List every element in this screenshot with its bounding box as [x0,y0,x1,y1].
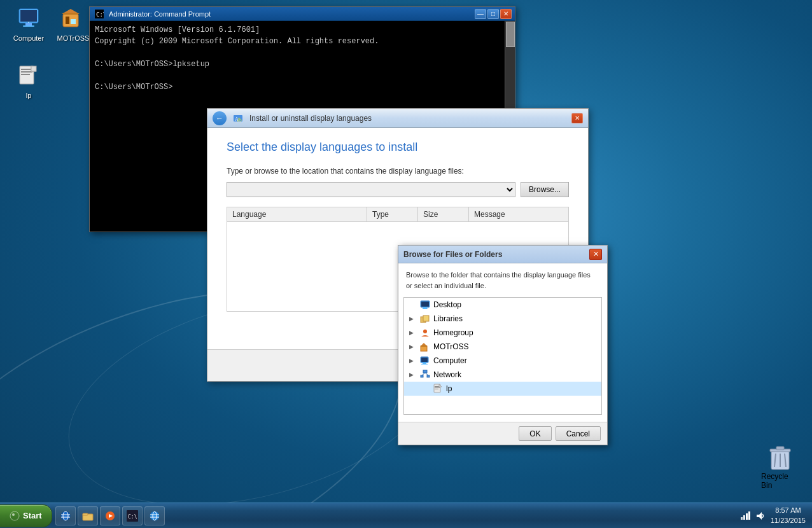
tree-arrow-libraries: ▶ [409,316,417,322]
svg-rect-13 [21,74,30,75]
svg-rect-33 [421,358,428,362]
start-label: Start [23,511,42,520]
svg-rect-36 [423,370,427,373]
taskbar-item-media[interactable] [100,506,120,525]
svg-point-54 [61,511,70,520]
tree-label-network: Network [433,370,461,379]
tray-volume-icon[interactable] [755,511,766,521]
lang-close-btn[interactable]: ✕ [571,113,583,123]
browse-buttons: OK Cancel [398,422,607,445]
taskbar-item-folder[interactable] [78,506,98,525]
cmd-minimize-btn[interactable]: — [475,9,486,19]
browse-ok-btn[interactable]: OK [519,426,551,441]
tree-item-lp[interactable]: lp [404,382,601,396]
tree-label-libraries: Libraries [433,314,463,323]
desktop-icon-computer[interactable]: Computer [6,6,51,42]
tree-item-homegroup[interactable]: ▶ Homegroup [404,326,601,340]
recycle-bin[interactable]: Recycle Bin [761,444,799,490]
motrss-icon-img [60,6,86,32]
browse-titlebar: Browse for Files or Folders ✕ [398,246,607,263]
svg-rect-71 [748,511,750,520]
taskbar-tray: 8:57 AM 11/23/2015 [734,506,812,525]
taskbar-item-globe[interactable] [144,506,165,525]
svg-rect-31 [421,345,427,347]
start-button[interactable]: Start [0,504,52,527]
computer-tree-icon [420,356,430,366]
tree-item-desktop[interactable]: Desktop [404,298,601,312]
tree-item-network[interactable]: ▶ Network [404,368,601,382]
lang-title-text: Install or uninstall display languages [249,114,566,123]
svg-rect-48 [776,447,784,450]
cmd-line3 [95,47,510,59]
homegroup-tree-icon [420,328,430,338]
svg-rect-34 [423,363,426,364]
svg-rect-3 [23,25,34,27]
taskbar-item-cmd[interactable]: C:\ [122,506,143,525]
lp-icon-img [16,64,41,89]
tree-arrow-network: ▶ [409,372,417,378]
browse-title-text: Browse for Files or Folders [403,250,586,259]
lang-heading: Select the display languages to install [227,141,569,154]
clock-date: 11/23/2015 [771,516,806,525]
lang-browse-btn[interactable]: Browse... [521,182,569,197]
svg-rect-12 [21,71,32,73]
svg-rect-59 [83,513,88,515]
lp-tree-icon [433,384,443,394]
svg-rect-44 [435,389,438,389]
browse-cancel-btn[interactable]: Cancel [556,426,601,441]
clock-time: 8:57 AM [771,506,806,515]
svg-rect-11 [21,69,32,70]
lang-back-btn[interactable]: ← [213,111,227,125]
tree-label-desktop: Desktop [433,300,461,309]
svg-point-53 [12,513,15,516]
tree-item-libraries[interactable]: ▶ Libraries [404,312,601,326]
tree-label-computer: Computer [433,356,467,365]
computer-icon-label: Computer [13,34,44,42]
svg-text:C:\: C:\ [96,11,104,18]
desktop: Computer MOTrOSS lp [0,0,812,528]
cmd-scrollbar-thumb [506,22,515,47]
svg-line-40 [425,373,428,375]
tree-arrow-motrss: ▶ [409,344,417,350]
lang-title-icon: A あ [232,112,244,125]
svg-rect-25 [422,309,428,309]
ie-icon [60,510,71,522]
cmd-line6: C:\Users\MOTrOSS> [95,81,510,93]
browse-tree[interactable]: Desktop ▶ Libraries ▶ [403,297,602,415]
desktop-tree-icon [420,300,430,310]
taskbar: Start [0,503,812,528]
svg-rect-23 [421,302,429,307]
svg-rect-9 [63,13,78,15]
cmd-title-icon: C:\ [93,8,106,20]
system-clock[interactable]: 8:57 AM 11/23/2015 [771,506,806,525]
lang-path-input[interactable] [227,182,515,197]
cmd-title-text: Administrator: Command Prompt [109,10,472,18]
lang-titlebar: ← A あ Install or uninstall display langu… [207,109,588,128]
svg-rect-29 [421,346,427,351]
svg-point-28 [423,330,427,333]
network-tree-icon [420,370,430,380]
svg-rect-27 [423,316,429,321]
tray-network-icon[interactable] [740,511,750,521]
lang-desc: Type or browse to the location that cont… [227,167,569,176]
recycle-bin-icon [767,444,793,472]
globe-icon [149,510,160,522]
svg-rect-8 [71,19,76,24]
svg-rect-7 [66,17,69,24]
svg-rect-24 [423,307,427,309]
start-orb-icon [10,511,20,521]
svg-marker-72 [757,512,762,520]
lang-col-type: Type [367,207,418,221]
cmd-maximize-btn[interactable]: □ [487,9,499,19]
tree-item-computer[interactable]: ▶ Computer [404,354,601,368]
cmd-close-btn[interactable]: ✕ [500,9,512,19]
lang-col-message: Message [469,207,568,221]
taskbar-item-ie[interactable] [55,506,76,525]
browse-close-btn[interactable]: ✕ [589,249,602,260]
browse-desc: Browse to the folder that contains the d… [398,263,607,294]
svg-point-4 [28,22,29,23]
tree-arrow-homegroup: ▶ [409,330,417,336]
tree-item-motrss[interactable]: ▶ MOTrOSS [404,340,601,354]
desktop-icon-lp[interactable]: lp [6,64,51,99]
svg-rect-38 [427,375,430,377]
